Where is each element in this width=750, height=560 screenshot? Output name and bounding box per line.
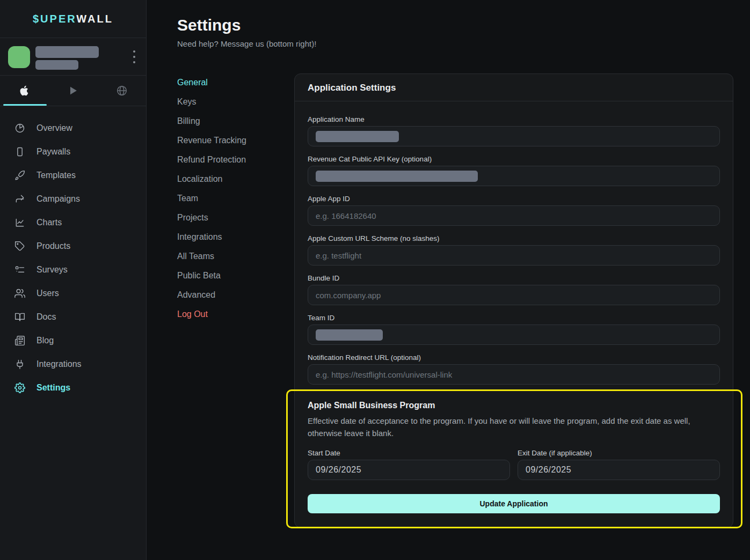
settings-nav-public-beta[interactable]: Public Beta — [177, 266, 285, 285]
settings-nav-log-out[interactable]: Log Out — [177, 305, 285, 324]
apple-app-id-input[interactable] — [308, 205, 720, 226]
sidebar-item-docs[interactable]: Docs — [0, 305, 146, 329]
settings-nav-advanced[interactable]: Advanced — [177, 285, 285, 305]
sidebar-item-label: Blog — [37, 336, 54, 345]
exit-date-field: Exit Date (if applicable) — [518, 449, 720, 480]
superwall-logo: $UPERWALL — [33, 13, 113, 25]
sidebar-item-label: Overview — [37, 123, 72, 133]
team-id-input[interactable] — [308, 325, 720, 345]
integrations-icon — [14, 359, 25, 370]
sidebar-item-paywalls[interactable]: Paywalls — [0, 140, 146, 164]
bundle-id-input[interactable] — [308, 285, 720, 305]
settings-nav-revenue-tracking[interactable]: Revenue Tracking — [177, 131, 285, 150]
globe-icon — [116, 85, 128, 97]
settings-nav-billing[interactable]: Billing — [177, 112, 285, 131]
apple-custom-url-scheme-input[interactable] — [308, 245, 720, 266]
kebab-menu-icon[interactable] — [130, 49, 139, 64]
sidebar-item-label: Docs — [37, 312, 56, 322]
notification-redirect-url-input[interactable] — [308, 364, 720, 385]
start-date-field: Start Date — [308, 449, 510, 480]
field-label: Apple Custom URL Scheme (no slashes) — [308, 234, 720, 242]
app-avatar — [8, 46, 30, 68]
field-application-name: Application Name — [308, 115, 720, 146]
sbp-date-row: Start Date Exit Date (if applicable) — [308, 449, 720, 480]
play-icon — [67, 85, 79, 97]
field-label: Apple App ID — [308, 195, 720, 203]
sidebar-item-label: Paywalls — [37, 147, 70, 157]
settings-nav-keys[interactable]: Keys — [177, 92, 285, 112]
paywalls-icon — [14, 146, 25, 157]
panel-title: Application Settings — [295, 74, 733, 101]
sidebar-item-overview[interactable]: Overview — [0, 116, 146, 140]
field-label: Notification Redirect URL (optional) — [308, 353, 720, 362]
settings-nav-integrations[interactable]: Integrations — [177, 227, 285, 247]
charts-icon — [14, 217, 25, 228]
sidebar-item-label: Campaigns — [37, 194, 80, 204]
page-subtitle: Need help? Message us (bottom right)! — [177, 39, 316, 48]
field-label: Revenue Cat Public API Key (optional) — [308, 155, 720, 163]
sidebar: $UPERWALL — [0, 0, 147, 560]
field-label: Application Name — [308, 115, 720, 123]
app-name-redacted — [35, 46, 99, 70]
sidebar-item-label: Products — [37, 241, 70, 251]
redacted-value — [316, 329, 383, 341]
sidebar-item-users[interactable]: Users — [0, 282, 146, 305]
sidebar-item-templates[interactable]: Templates — [0, 164, 146, 187]
blog-icon — [14, 335, 25, 346]
field-apple-custom-url-scheme: Apple Custom URL Scheme (no slashes) — [308, 234, 720, 266]
field-label: Bundle ID — [308, 274, 720, 282]
field-apple-app-id: Apple App ID — [308, 195, 720, 226]
sidebar-item-label: Charts — [37, 218, 62, 227]
settings-gear-icon — [14, 382, 25, 393]
sidebar-item-blog[interactable]: Blog — [0, 329, 146, 352]
logo-bar: $UPERWALL — [0, 0, 146, 38]
field-label: Team ID — [308, 314, 720, 322]
tab-web[interactable] — [97, 76, 146, 106]
start-date-label: Start Date — [308, 449, 510, 457]
tab-google-play[interactable] — [49, 76, 98, 106]
platform-tabs — [0, 76, 146, 106]
sidebar-item-charts[interactable]: Charts — [0, 211, 146, 234]
field-team-id: Team ID — [308, 314, 720, 345]
exit-date-label: Exit Date (if applicable) — [518, 449, 720, 457]
settings-nav-team[interactable]: Team — [177, 189, 285, 208]
redacted-app-subtitle — [35, 60, 78, 70]
page-title: Settings — [177, 16, 241, 34]
app-selector[interactable] — [0, 38, 146, 76]
settings-nav-localization[interactable]: Localization — [177, 170, 285, 189]
sidebar-item-integrations[interactable]: Integrations — [0, 352, 146, 376]
sidebar-nav: Overview Paywalls Templates Campaigns Ch… — [0, 106, 146, 400]
templates-icon — [14, 170, 25, 181]
settings-nav-projects[interactable]: Projects — [177, 208, 285, 227]
settings-nav-general[interactable]: General — [177, 73, 285, 92]
sidebar-item-settings[interactable]: Settings — [0, 376, 146, 400]
settings-nav-all-teams[interactable]: All Teams — [177, 247, 285, 266]
tab-apple[interactable] — [0, 76, 49, 106]
overview-icon — [14, 123, 25, 134]
active-tab-underline — [3, 104, 47, 106]
exit-date-input[interactable] — [518, 460, 720, 480]
surveys-icon — [14, 264, 25, 275]
settings-nav-refund-protection[interactable]: Refund Protection — [177, 150, 285, 170]
sidebar-item-surveys[interactable]: Surveys — [0, 258, 146, 282]
sidebar-item-products[interactable]: Products — [0, 234, 146, 258]
users-icon — [14, 288, 25, 299]
campaigns-icon — [14, 194, 25, 204]
sidebar-item-campaigns[interactable]: Campaigns — [0, 187, 146, 211]
settings-nav: General Keys Billing Revenue Tracking Re… — [177, 73, 285, 324]
revenuecat-api-key-input[interactable] — [308, 166, 720, 186]
apple-icon — [18, 85, 30, 97]
sbp-description: Effective date of acceptance to the prog… — [308, 415, 720, 439]
application-name-input[interactable] — [308, 126, 720, 146]
products-icon — [14, 241, 25, 252]
start-date-input[interactable] — [308, 460, 510, 480]
sidebar-item-label: Integrations — [37, 359, 82, 369]
logo-suffix: WALL — [76, 13, 113, 25]
sidebar-item-label: Users — [37, 289, 59, 298]
redacted-value — [316, 171, 478, 182]
update-application-button[interactable]: Update Application — [308, 494, 720, 513]
panel-body: Application Name Revenue Cat Public API … — [295, 101, 733, 527]
sbp-title: Apple Small Business Program — [308, 401, 720, 410]
docs-icon — [14, 312, 25, 322]
field-notification-redirect-url: Notification Redirect URL (optional) — [308, 353, 720, 385]
